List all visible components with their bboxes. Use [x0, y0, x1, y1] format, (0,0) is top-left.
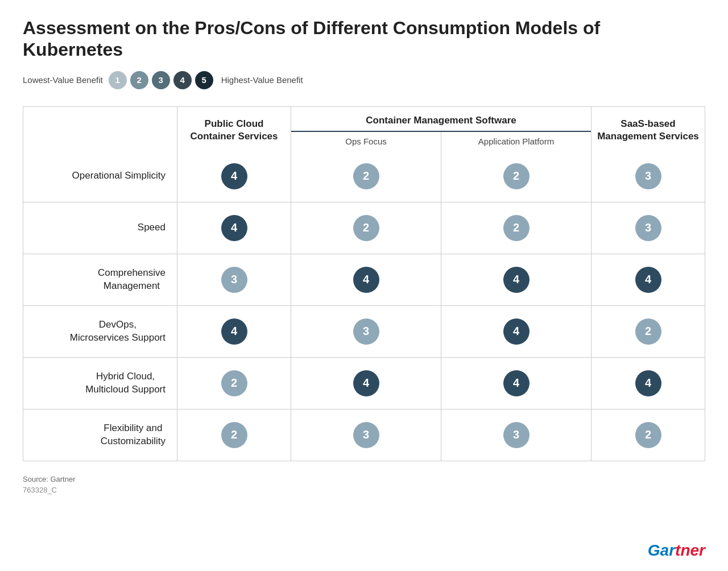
badge-2-1: 4: [353, 267, 379, 293]
legend-highest-label: Highest-Value Benefit: [221, 75, 303, 85]
cell-0-0: 4: [177, 151, 291, 202]
cell-3-1: 3: [291, 306, 441, 357]
chart: Public Cloud Container Services Containe…: [23, 106, 705, 461]
cell-5-1: 3: [291, 409, 441, 461]
cell-2-2: 4: [441, 254, 591, 305]
cell-0-1: 2: [291, 151, 441, 202]
badge-5-1: 3: [353, 422, 379, 448]
col-header-cms-sub: Ops Focus Application Platform: [291, 132, 591, 151]
legend: Lowest-Value Benefit 1 2 3 4 5 Highest-V…: [23, 71, 705, 89]
table-row: Hybrid Cloud,Multicloud Support 2 4 4 4: [23, 358, 705, 409]
legend-badge-5: 5: [195, 71, 213, 89]
badge-5-2: 3: [503, 422, 530, 448]
badge-1-1: 2: [353, 215, 379, 241]
table-row: Flexibility andCustomizability 2 3 3 2: [23, 409, 705, 461]
page-title: Assessment on the Pros/Cons of Different…: [23, 17, 705, 61]
badge-4-1: 4: [353, 370, 379, 396]
cell-5-0: 2: [177, 409, 291, 461]
badge-2-2: 4: [503, 267, 530, 293]
badge-1-3: 3: [635, 215, 661, 241]
gartner-logo: Gartner: [648, 541, 705, 560]
table-header: Public Cloud Container Services Containe…: [23, 106, 705, 151]
legend-lowest-label: Lowest-Value Benefit: [23, 75, 103, 85]
cell-2-3: 4: [591, 254, 705, 305]
table-row: Speed 4 2 2 3: [23, 202, 705, 254]
badge-3-2: 4: [503, 318, 530, 345]
legend-badge-4: 4: [173, 71, 192, 89]
row-label-2: ComprehensiveManagement: [23, 254, 177, 305]
badge-4-2: 4: [503, 370, 530, 396]
cell-4-2: 4: [441, 358, 591, 409]
badge-5-0: 2: [221, 422, 247, 448]
footer-id: 763328_C: [23, 486, 705, 494]
row-label-1: Speed: [23, 202, 177, 254]
badge-0-3: 3: [635, 163, 661, 189]
col-header-ops: Ops Focus: [291, 132, 441, 151]
badge-3-1: 3: [353, 318, 379, 345]
badge-4-0: 2: [221, 370, 247, 396]
cell-2-1: 4: [291, 254, 441, 305]
col-header-cms-title: Container Management Software: [291, 107, 591, 132]
cell-0-2: 2: [441, 151, 591, 202]
header-empty: [23, 107, 177, 151]
cell-4-1: 4: [291, 358, 441, 409]
cell-4-3: 4: [591, 358, 705, 409]
badge-0-0: 4: [221, 163, 247, 189]
badge-1-0: 4: [221, 215, 247, 241]
cell-4-0: 2: [177, 358, 291, 409]
data-table: Operational Simplicity 4 2 2 3 Speed 4 2: [23, 151, 705, 461]
badge-3-0: 4: [221, 318, 247, 345]
cell-1-3: 3: [591, 202, 705, 254]
col-header-cms: Container Management Software Ops Focus …: [291, 107, 591, 151]
badge-2-0: 3: [221, 267, 247, 293]
footer: Source: Gartner 763328_C: [23, 475, 705, 494]
footer-source: Source: Gartner: [23, 475, 705, 483]
badge-3-3: 2: [635, 318, 661, 345]
badge-4-3: 4: [635, 370, 661, 396]
row-label-5: Flexibility andCustomizability: [23, 409, 177, 461]
cell-3-2: 4: [441, 306, 591, 357]
col-header-app: Application Platform: [441, 132, 591, 151]
badge-0-2: 2: [503, 163, 530, 189]
table-row: DevOps,Microservices Support 4 3 4 2: [23, 306, 705, 358]
cell-5-3: 2: [591, 409, 705, 461]
badge-1-2: 2: [503, 215, 530, 241]
table-row: ComprehensiveManagement 3 4 4 4: [23, 254, 705, 306]
cell-0-3: 3: [591, 151, 705, 202]
cell-1-1: 2: [291, 202, 441, 254]
badge-2-3: 4: [635, 267, 661, 293]
row-label-0: Operational Simplicity: [23, 151, 177, 202]
legend-badge-1: 1: [109, 71, 127, 89]
legend-badge-3: 3: [152, 71, 170, 89]
cell-3-3: 2: [591, 306, 705, 357]
badge-5-3: 2: [635, 422, 661, 448]
legend-badge-2: 2: [130, 71, 148, 89]
cell-3-0: 4: [177, 306, 291, 357]
row-label-4: Hybrid Cloud,Multicloud Support: [23, 358, 177, 409]
row-label-3: DevOps,Microservices Support: [23, 306, 177, 357]
col-header-saas: SaaS-based Management Services: [591, 107, 705, 151]
cell-1-0: 4: [177, 202, 291, 254]
badge-0-1: 2: [353, 163, 379, 189]
table-row: Operational Simplicity 4 2 2 3: [23, 151, 705, 202]
cell-5-2: 3: [441, 409, 591, 461]
cell-2-0: 3: [177, 254, 291, 305]
cell-1-2: 2: [441, 202, 591, 254]
col-header-public: Public Cloud Container Services: [177, 107, 291, 151]
